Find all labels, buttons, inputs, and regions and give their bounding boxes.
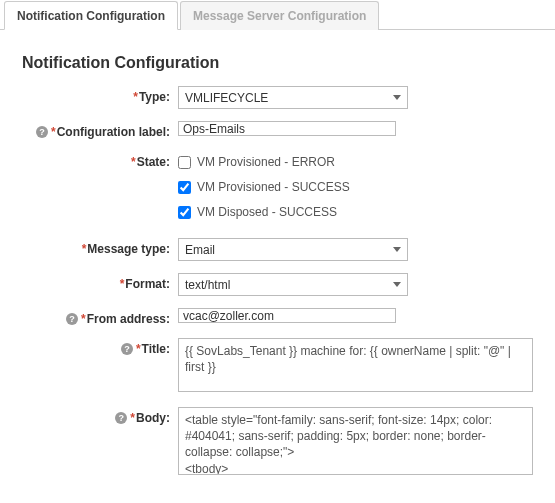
- section-title: Notification Configuration: [22, 54, 533, 72]
- label-title: ?*Title:: [22, 338, 178, 356]
- from-address-input[interactable]: [178, 308, 396, 323]
- help-icon[interactable]: ?: [121, 343, 133, 355]
- label-body: ?*Body:: [22, 407, 178, 425]
- body-textarea[interactable]: [178, 407, 533, 475]
- state-option-label: VM Provisioned - ERROR: [197, 155, 335, 169]
- tab-message-server-configuration[interactable]: Message Server Configuration: [180, 1, 379, 30]
- label-message-type: *Message type:: [22, 238, 178, 256]
- state-options: VM Provisioned - ERROR VM Provisioned - …: [178, 151, 533, 226]
- label-format: *Format:: [22, 273, 178, 291]
- label-type: *Type:: [22, 86, 178, 104]
- state-option-label: VM Provisioned - SUCCESS: [197, 180, 350, 194]
- label-from-address: ?*From address:: [22, 308, 178, 326]
- help-icon[interactable]: ?: [66, 313, 78, 325]
- config-label-input[interactable]: [178, 121, 396, 136]
- label-config-label: ?*Configuration label:: [22, 121, 178, 139]
- form-panel: Notification Configuration *Type: VMLIFE…: [0, 30, 555, 500]
- message-type-select[interactable]: Email: [178, 238, 408, 261]
- state-checkbox-vm-provisioned-error[interactable]: [178, 156, 191, 169]
- tab-bar: Notification Configuration Message Serve…: [0, 0, 555, 30]
- help-icon[interactable]: ?: [36, 126, 48, 138]
- type-select[interactable]: VMLIFECYCLE: [178, 86, 408, 109]
- state-checkbox-vm-disposed-success[interactable]: [178, 206, 191, 219]
- format-select[interactable]: text/html: [178, 273, 408, 296]
- label-state: *State:: [22, 151, 178, 169]
- help-icon[interactable]: ?: [115, 412, 127, 424]
- state-checkbox-vm-provisioned-success[interactable]: [178, 181, 191, 194]
- state-option-label: VM Disposed - SUCCESS: [197, 205, 337, 219]
- tab-notification-configuration[interactable]: Notification Configuration: [4, 1, 178, 30]
- title-textarea[interactable]: [178, 338, 533, 392]
